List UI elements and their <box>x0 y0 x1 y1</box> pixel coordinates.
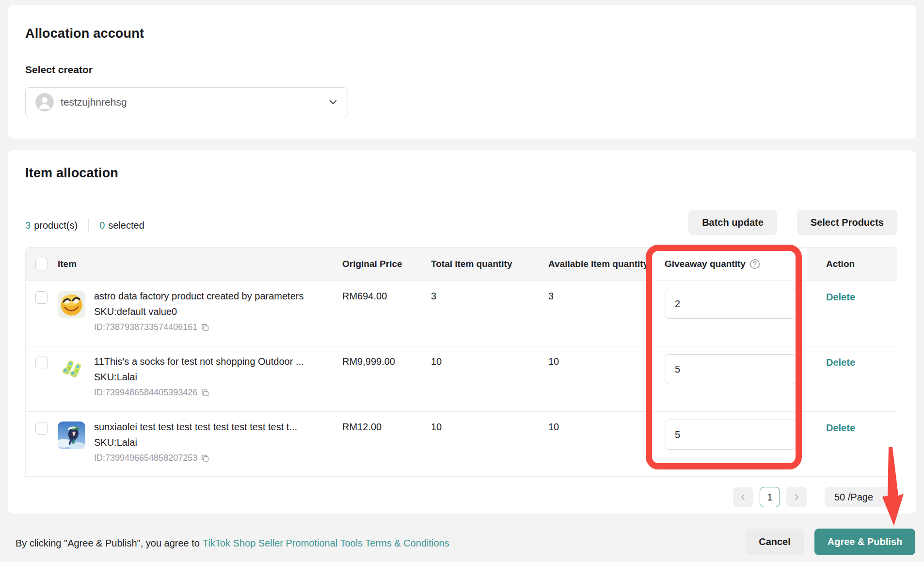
batch-update-button[interactable]: Batch update <box>688 210 777 235</box>
chevron-right-icon <box>793 493 800 501</box>
select-creator-label: Select creator <box>25 64 93 76</box>
allocation-account-card: Allocation account Select creator testzu… <box>8 5 916 139</box>
selected-count: 0 <box>99 220 105 231</box>
chevron-left-icon <box>739 493 747 501</box>
row-checkbox[interactable] <box>35 422 48 435</box>
copy-icon[interactable] <box>201 389 209 397</box>
delete-button[interactable]: Delete <box>826 357 855 368</box>
select-products-button[interactable]: Select Products <box>797 210 897 235</box>
delete-button[interactable]: Delete <box>826 422 855 434</box>
product-count-label: product(s) <box>34 220 78 231</box>
product-sku: SKU:Lalai <box>94 372 304 383</box>
original-price: RM694.00 <box>342 281 431 302</box>
available-item-quantity: 10 <box>548 412 665 433</box>
table-row: astro data factory product created by pa… <box>26 281 897 346</box>
pagination-next-button[interactable] <box>786 487 807 507</box>
product-name: sunxiaolei test test test test test test… <box>94 422 297 433</box>
available-item-quantity: 3 <box>548 281 665 302</box>
product-image-character <box>58 422 85 449</box>
product-name: astro data factory product created by pa… <box>94 291 303 302</box>
total-item-quantity: 10 <box>431 346 548 367</box>
column-header-action: Action <box>826 259 855 269</box>
question-circle-icon[interactable] <box>749 259 760 269</box>
chevron-down-icon <box>328 97 338 107</box>
chevron-down-icon <box>882 493 890 501</box>
divider <box>88 218 89 233</box>
table-row: 11This's a socks for test not shopping O… <box>26 346 897 411</box>
selection-summary: 3 product(s) 0 selected <box>25 218 144 233</box>
product-id: ID:7399496654858207253 <box>94 453 197 463</box>
creator-select-dropdown[interactable]: testzujhnrehsg <box>25 87 348 117</box>
original-price: RM9,999.00 <box>342 346 431 367</box>
product-name: 11This's a socks for test not shopping O… <box>94 356 304 367</box>
product-count: 3 <box>25 220 31 231</box>
agree-and-publish-button[interactable]: Agree & Publish <box>814 529 915 555</box>
available-item-quantity: 10 <box>548 346 665 367</box>
product-sku: SKU:Lalai <box>94 437 297 448</box>
column-header-item: Item <box>58 259 77 269</box>
item-allocation-card: Item allocation 3 product(s) 0 selected … <box>8 150 916 514</box>
cancel-button[interactable]: Cancel <box>746 529 804 555</box>
product-sku: SKU:default value0 <box>94 306 303 317</box>
divider <box>787 215 787 230</box>
page-size-value: 50 /Page <box>834 492 873 503</box>
pagination-page-1-button[interactable]: 1 <box>760 487 780 507</box>
giveaway-quantity-input[interactable] <box>665 354 797 384</box>
pagination-prev-button[interactable] <box>733 487 753 507</box>
row-checkbox[interactable] <box>35 291 48 304</box>
terms-and-conditions-link[interactable]: TikTok Shop Seller Promotional Tools Ter… <box>203 538 449 548</box>
column-header-original-price: Original Price <box>342 259 402 269</box>
row-checkbox[interactable] <box>35 357 48 369</box>
giveaway-quantity-input[interactable] <box>665 289 797 319</box>
product-image-emoji <box>58 291 85 318</box>
creator-name: testzujhnrehsg <box>61 96 328 108</box>
product-image-socks <box>58 356 85 384</box>
pagination: 1 50 /Page <box>733 487 897 507</box>
delete-button[interactable]: Delete <box>826 292 855 303</box>
select-all-checkbox[interactable] <box>35 258 48 270</box>
agreement-text: By clicking "Agree & Publish", you agree… <box>16 538 449 549</box>
total-item-quantity: 3 <box>431 281 548 302</box>
total-item-quantity: 10 <box>431 412 548 433</box>
allocation-account-title: Allocation account <box>25 26 144 41</box>
table-header-row: Item Original Price Total item quantity … <box>26 248 897 281</box>
page-size-dropdown[interactable]: 50 /Page <box>825 487 897 507</box>
table-row: sunxiaolei test test test test test test… <box>26 411 897 477</box>
creator-avatar <box>35 93 54 111</box>
copy-icon[interactable] <box>201 323 209 332</box>
column-header-total-quantity: Total item quantity <box>431 259 512 269</box>
product-id: ID:7399486584405393426 <box>94 388 197 398</box>
giveaway-quantity-input[interactable] <box>665 420 797 450</box>
copy-icon[interactable] <box>201 454 209 463</box>
product-id: ID:7387938733574406161 <box>94 322 197 332</box>
person-icon <box>35 93 54 111</box>
selected-count-label: selected <box>108 220 144 231</box>
agreement-prefix: By clicking "Agree & Publish", you agree… <box>16 538 200 548</box>
original-price: RM12.00 <box>342 412 431 433</box>
column-header-available-quantity: Available item quantity <box>548 259 648 269</box>
giveaway-setup-page: { "colors": { "accent_teal": "#338e89", … <box>0 0 924 562</box>
column-header-giveaway-quantity: Giveaway quantity <box>665 259 746 269</box>
item-allocation-title: Item allocation <box>25 166 118 181</box>
item-table: Item Original Price Total item quantity … <box>25 247 897 477</box>
